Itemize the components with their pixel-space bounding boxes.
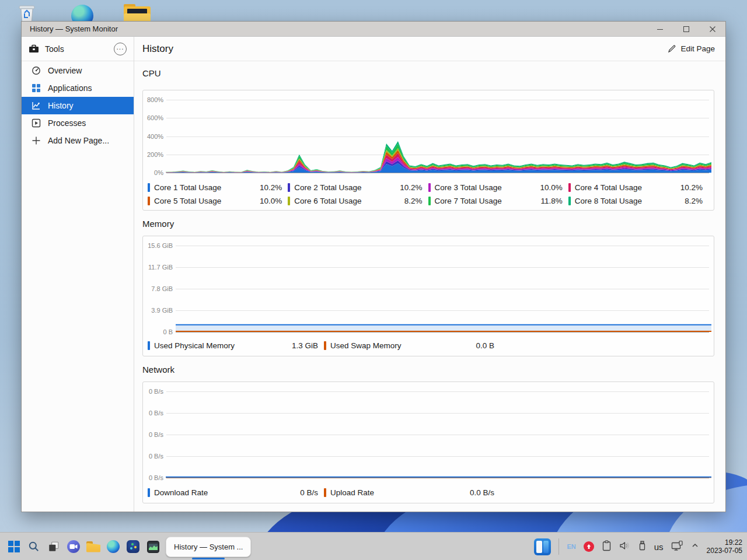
titlebar[interactable]: History — System Monitor: [22, 22, 725, 37]
legend-label: Core 3 Total Usage: [435, 183, 502, 192]
network-chart-card: 0 B/s 0 B/s 0 B/s 0 B/s 0 B/s Download R…: [142, 382, 714, 503]
sidebar-item-label: Add New Page...: [48, 136, 109, 145]
page-header: History Edit Page: [134, 37, 725, 61]
legend-label: Core 4 Total Usage: [575, 183, 642, 192]
cpu-chart-card: 800% 600% 400% 200% 0% Core 1 Total Usag…: [142, 90, 714, 211]
system-monitor-app-button[interactable]: [146, 533, 160, 560]
sidebar-item-label: Applications: [48, 83, 92, 93]
usb-tray-icon[interactable]: [638, 540, 647, 554]
taskbar: History — System ... EN: [0, 532, 747, 560]
legend-item: Core 2 Total Usage10.2%: [288, 181, 428, 194]
cpu-ytick: 200%: [147, 151, 163, 158]
memory-ytick: 7.8 GiB: [147, 285, 173, 292]
legend-label: Core 5 Total Usage: [154, 197, 221, 205]
edge-button[interactable]: [106, 533, 120, 560]
clock[interactable]: 19:22 2023-07-05: [707, 538, 742, 555]
system-monitor-window: History — System Monitor: [21, 21, 726, 512]
main-pane: History Edit Page CPU 800% 600% 400%: [134, 37, 725, 512]
language-badge[interactable]: EN: [567, 543, 575, 550]
start-button[interactable]: [7, 533, 21, 560]
processes-icon: [32, 118, 41, 128]
legend-value: 10.2%: [400, 183, 422, 192]
legend-value: 10.0%: [260, 197, 282, 205]
legend-value: 11.8%: [540, 197, 562, 205]
cpu-stacked-area-chart: [166, 100, 711, 173]
pencil-icon: [668, 44, 676, 53]
network-section-title: Network: [142, 365, 714, 377]
plus-icon: [32, 136, 41, 145]
legend-marker: [324, 488, 326, 497]
keyboard-layout-badge[interactable]: us: [654, 542, 664, 552]
overflow-menu-button[interactable]: ...: [114, 43, 127, 55]
update-tray-icon[interactable]: [584, 541, 594, 552]
network-ytick: 0 B/s: [147, 453, 163, 460]
legend-item: Core 1 Total Usage10.2%: [148, 181, 288, 194]
legend-marker: [568, 197, 571, 205]
legend-value: 10.0%: [540, 183, 562, 192]
legend-item: Core 4 Total Usage10.2%: [568, 181, 708, 194]
app-grid-icon: [32, 83, 41, 93]
security-app-button[interactable]: [126, 533, 140, 560]
legend-item: Upload Rate0.0 B/s: [324, 486, 500, 499]
network-ytick: 0 B/s: [147, 388, 163, 395]
legend-marker: [148, 488, 150, 497]
sidebar-item-history[interactable]: History: [22, 97, 134, 114]
network-ytick: 0 B/s: [147, 431, 163, 438]
search-button[interactable]: [27, 533, 41, 560]
sidebar: Tools ... Overview: [22, 37, 134, 512]
minimize-button[interactable]: [647, 22, 673, 36]
cpu-ytick: 600%: [147, 114, 163, 121]
legend-value: 10.2%: [680, 183, 703, 192]
legend-label: Core 1 Total Usage: [154, 183, 221, 192]
cpu-legend: Core 1 Total Usage10.2% Core 2 Total Usa…: [148, 181, 708, 208]
legend-label: Core 2 Total Usage: [294, 183, 361, 192]
tray-divider: [558, 538, 559, 555]
legend-item: Download Rate0 B/s: [148, 486, 324, 499]
widgets-icon[interactable]: [534, 538, 551, 555]
edge-icon: [107, 540, 120, 553]
legend-marker: [148, 341, 150, 350]
speaker-tray-icon[interactable]: [619, 541, 630, 553]
edit-page-label: Edit Page: [680, 44, 715, 53]
legend-marker: [148, 197, 150, 205]
toolbox-icon: [29, 44, 39, 54]
network-ytick: 0 B/s: [147, 410, 163, 416]
cpu-ytick: 800%: [147, 96, 163, 103]
task-view-button[interactable]: [47, 533, 61, 560]
clipboard-tray-icon[interactable]: [602, 540, 612, 554]
memory-ytick: 0 B: [147, 328, 173, 335]
chat-button[interactable]: [67, 533, 81, 560]
legend-item: Core 3 Total Usage10.0%: [428, 181, 568, 194]
cpu-section-title: CPU: [142, 68, 714, 80]
sidebar-item-overview[interactable]: Overview: [22, 62, 134, 79]
legend-marker: [324, 341, 326, 350]
legend-value: 8.2%: [404, 197, 423, 205]
legend-item: Core 6 Total Usage8.2%: [288, 194, 428, 208]
edit-page-button[interactable]: Edit Page: [668, 44, 715, 53]
memory-chart-card: 15.6 GiB 11.7 GiB 7.8 GiB 3.9 GiB 0 B Us…: [142, 236, 714, 356]
legend-label: Used Swap Memory: [330, 341, 402, 350]
sidebar-item-applications[interactable]: Applications: [22, 79, 134, 97]
maximize-button[interactable]: [673, 22, 699, 36]
active-task-button[interactable]: History — System ...: [166, 533, 251, 560]
legend-marker: [148, 183, 150, 192]
memory-ytick: 11.7 GiB: [147, 264, 173, 271]
chat-icon: [67, 540, 80, 553]
legend-value: 1.3 GiB: [292, 341, 318, 350]
close-button[interactable]: [699, 22, 725, 36]
tray-expand-chevron[interactable]: [691, 541, 699, 552]
network-legend: Download Rate0 B/s Upload Rate0.0 B/s: [148, 486, 708, 499]
sidebar-item-processes[interactable]: Processes: [22, 114, 134, 132]
clock-date: 2023-07-05: [707, 547, 742, 555]
legend-label: Upload Rate: [330, 488, 374, 497]
legend-value: 0 B/s: [300, 488, 318, 497]
windows-logo-icon: [8, 541, 20, 552]
history-chart-icon: [32, 101, 41, 110]
sidebar-item-add-new-page[interactable]: Add New Page...: [22, 132, 134, 149]
sidebar-item-label: History: [48, 101, 74, 110]
display-device-tray-icon[interactable]: [671, 540, 683, 554]
gauge-icon: [32, 66, 41, 75]
legend-marker: [288, 183, 290, 192]
file-explorer-button[interactable]: [86, 533, 100, 560]
legend-marker: [568, 183, 571, 192]
